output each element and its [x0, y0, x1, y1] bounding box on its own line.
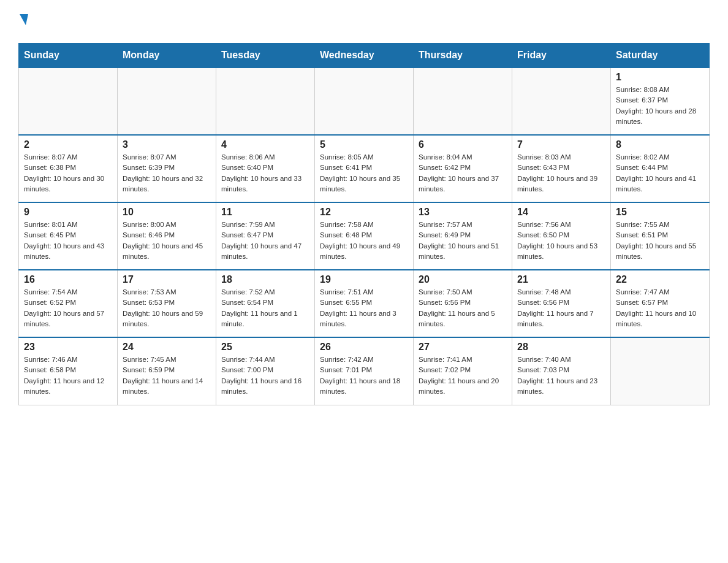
- day-info: Sunrise: 7:41 AMSunset: 7:02 PMDaylight:…: [419, 354, 507, 397]
- day-number: 26: [320, 342, 408, 353]
- calendar-cell: 2Sunrise: 8:07 AMSunset: 6:38 PMDaylight…: [19, 135, 118, 202]
- day-info: Sunrise: 8:07 AMSunset: 6:38 PMDaylight:…: [24, 152, 112, 194]
- calendar-cell: 23Sunrise: 7:46 AMSunset: 6:58 PMDayligh…: [19, 337, 118, 405]
- calendar-cell: [414, 67, 512, 135]
- day-info: Sunrise: 7:46 AMSunset: 6:58 PMDaylight:…: [24, 354, 112, 397]
- day-info: Sunrise: 7:57 AMSunset: 6:49 PMDaylight:…: [419, 220, 507, 262]
- day-info: Sunrise: 8:06 AMSunset: 6:40 PMDaylight:…: [221, 152, 309, 194]
- day-info: Sunrise: 8:00 AMSunset: 6:46 PMDaylight:…: [123, 220, 211, 262]
- day-number: 25: [221, 342, 309, 353]
- day-info: Sunrise: 7:50 AMSunset: 6:56 PMDaylight:…: [419, 287, 507, 329]
- calendar-cell: 25Sunrise: 7:44 AMSunset: 7:00 PMDayligh…: [216, 337, 315, 405]
- col-header-saturday: Saturday: [611, 44, 710, 68]
- day-info: Sunrise: 7:53 AMSunset: 6:53 PMDaylight:…: [123, 287, 211, 329]
- day-info: Sunrise: 7:47 AMSunset: 6:57 PMDaylight:…: [616, 287, 704, 329]
- col-header-sunday: Sunday: [19, 44, 118, 68]
- day-number: 27: [419, 342, 507, 353]
- page-header: [18, 12, 710, 33]
- day-number: 24: [123, 342, 211, 353]
- calendar-cell: 5Sunrise: 8:05 AMSunset: 6:41 PMDaylight…: [315, 135, 414, 202]
- day-info: Sunrise: 7:54 AMSunset: 6:52 PMDaylight:…: [24, 287, 112, 329]
- calendar-header-row: SundayMondayTuesdayWednesdayThursdayFrid…: [19, 44, 710, 68]
- calendar-cell: 4Sunrise: 8:06 AMSunset: 6:40 PMDaylight…: [216, 135, 315, 202]
- logo-row1: [18, 12, 28, 33]
- calendar-table: SundayMondayTuesdayWednesdayThursdayFrid…: [18, 43, 710, 405]
- day-info: Sunrise: 8:04 AMSunset: 6:42 PMDaylight:…: [419, 152, 507, 194]
- day-number: 5: [320, 139, 408, 150]
- calendar-cell: 19Sunrise: 7:51 AMSunset: 6:55 PMDayligh…: [315, 270, 414, 337]
- day-number: 22: [616, 274, 704, 285]
- calendar-cell: 6Sunrise: 8:04 AMSunset: 6:42 PMDaylight…: [414, 135, 512, 202]
- week-row-1: 1Sunrise: 8:08 AMSunset: 6:37 PMDaylight…: [19, 67, 710, 135]
- day-info: Sunrise: 7:55 AMSunset: 6:51 PMDaylight:…: [616, 220, 704, 262]
- day-number: 17: [123, 274, 211, 285]
- calendar-cell: 11Sunrise: 7:59 AMSunset: 6:47 PMDayligh…: [216, 202, 315, 270]
- day-number: 21: [517, 274, 605, 285]
- day-info: Sunrise: 7:52 AMSunset: 6:54 PMDaylight:…: [221, 287, 309, 329]
- calendar-cell: 3Sunrise: 8:07 AMSunset: 6:39 PMDaylight…: [118, 135, 216, 202]
- week-row-3: 9Sunrise: 8:01 AMSunset: 6:45 PMDaylight…: [19, 202, 710, 270]
- day-number: 20: [419, 274, 507, 285]
- calendar-cell: [611, 337, 710, 405]
- calendar-cell: [19, 67, 118, 135]
- day-info: Sunrise: 7:59 AMSunset: 6:47 PMDaylight:…: [221, 220, 309, 262]
- day-info: Sunrise: 8:05 AMSunset: 6:41 PMDaylight:…: [320, 152, 408, 194]
- day-number: 11: [221, 207, 309, 218]
- logo-arrow-icon: [20, 14, 28, 25]
- day-number: 19: [320, 274, 408, 285]
- day-info: Sunrise: 7:40 AMSunset: 7:03 PMDaylight:…: [517, 354, 605, 397]
- day-number: 3: [123, 139, 211, 150]
- col-header-monday: Monday: [118, 44, 216, 68]
- day-number: 18: [221, 274, 309, 285]
- day-info: Sunrise: 8:01 AMSunset: 6:45 PMDaylight:…: [24, 220, 112, 262]
- day-number: 15: [616, 207, 704, 218]
- calendar-cell: 22Sunrise: 7:47 AMSunset: 6:57 PMDayligh…: [611, 270, 710, 337]
- day-number: 12: [320, 207, 408, 218]
- day-number: 14: [517, 207, 605, 218]
- calendar-cell: 16Sunrise: 7:54 AMSunset: 6:52 PMDayligh…: [19, 270, 118, 337]
- day-info: Sunrise: 7:48 AMSunset: 6:56 PMDaylight:…: [517, 287, 605, 329]
- day-info: Sunrise: 7:44 AMSunset: 7:00 PMDaylight:…: [221, 354, 309, 397]
- col-header-tuesday: Tuesday: [216, 44, 315, 68]
- calendar-cell: 21Sunrise: 7:48 AMSunset: 6:56 PMDayligh…: [512, 270, 611, 337]
- day-info: Sunrise: 7:45 AMSunset: 6:59 PMDaylight:…: [123, 354, 211, 397]
- calendar-cell: 1Sunrise: 8:08 AMSunset: 6:37 PMDaylight…: [611, 67, 710, 135]
- calendar-cell: [315, 67, 414, 135]
- col-header-friday: Friday: [512, 44, 611, 68]
- day-info: Sunrise: 8:02 AMSunset: 6:44 PMDaylight:…: [616, 152, 704, 194]
- day-info: Sunrise: 7:56 AMSunset: 6:50 PMDaylight:…: [517, 220, 605, 262]
- day-number: 2: [24, 139, 112, 150]
- day-number: 9: [24, 207, 112, 218]
- day-info: Sunrise: 8:08 AMSunset: 6:37 PMDaylight:…: [616, 85, 704, 127]
- calendar-cell: 9Sunrise: 8:01 AMSunset: 6:45 PMDaylight…: [19, 202, 118, 270]
- day-number: 4: [221, 139, 309, 150]
- day-number: 13: [419, 207, 507, 218]
- col-header-thursday: Thursday: [414, 44, 512, 68]
- calendar-cell: 12Sunrise: 7:58 AMSunset: 6:48 PMDayligh…: [315, 202, 414, 270]
- day-number: 10: [123, 207, 211, 218]
- calendar-cell: 10Sunrise: 8:00 AMSunset: 6:46 PMDayligh…: [118, 202, 216, 270]
- week-row-4: 16Sunrise: 7:54 AMSunset: 6:52 PMDayligh…: [19, 270, 710, 337]
- calendar-cell: [512, 67, 611, 135]
- day-number: 8: [616, 139, 704, 150]
- logo: [18, 12, 28, 33]
- week-row-5: 23Sunrise: 7:46 AMSunset: 6:58 PMDayligh…: [19, 337, 710, 405]
- day-info: Sunrise: 7:58 AMSunset: 6:48 PMDaylight:…: [320, 220, 408, 262]
- calendar-cell: [216, 67, 315, 135]
- day-info: Sunrise: 8:07 AMSunset: 6:39 PMDaylight:…: [123, 152, 211, 194]
- calendar-cell: 20Sunrise: 7:50 AMSunset: 6:56 PMDayligh…: [414, 270, 512, 337]
- calendar-cell: 15Sunrise: 7:55 AMSunset: 6:51 PMDayligh…: [611, 202, 710, 270]
- day-number: 7: [517, 139, 605, 150]
- day-number: 28: [517, 342, 605, 353]
- calendar-cell: 27Sunrise: 7:41 AMSunset: 7:02 PMDayligh…: [414, 337, 512, 405]
- calendar-cell: 7Sunrise: 8:03 AMSunset: 6:43 PMDaylight…: [512, 135, 611, 202]
- calendar-cell: 28Sunrise: 7:40 AMSunset: 7:03 PMDayligh…: [512, 337, 611, 405]
- day-info: Sunrise: 7:51 AMSunset: 6:55 PMDaylight:…: [320, 287, 408, 329]
- calendar-cell: 17Sunrise: 7:53 AMSunset: 6:53 PMDayligh…: [118, 270, 216, 337]
- day-number: 23: [24, 342, 112, 353]
- calendar-cell: 14Sunrise: 7:56 AMSunset: 6:50 PMDayligh…: [512, 202, 611, 270]
- col-header-wednesday: Wednesday: [315, 44, 414, 68]
- week-row-2: 2Sunrise: 8:07 AMSunset: 6:38 PMDaylight…: [19, 135, 710, 202]
- day-info: Sunrise: 7:42 AMSunset: 7:01 PMDaylight:…: [320, 354, 408, 397]
- calendar-cell: [118, 67, 216, 135]
